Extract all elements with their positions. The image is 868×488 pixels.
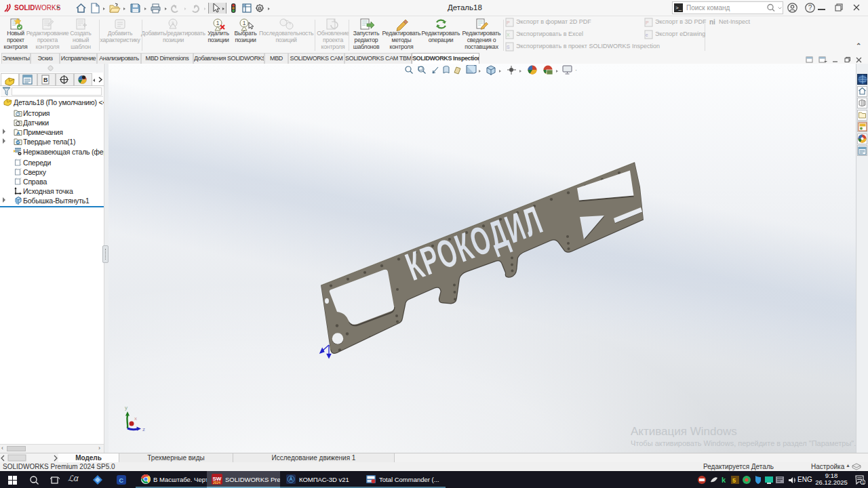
svg-text:z: z <box>142 426 145 432</box>
svg-text:S: S <box>507 45 510 49</box>
svg-text:B: B <box>43 77 48 83</box>
svg-text:P: P <box>646 20 649 25</box>
svg-text:X: X <box>507 33 510 37</box>
svg-text:A: A <box>16 130 20 136</box>
svg-text:Активация Windows: Активация Windows <box>631 425 737 438</box>
svg-text:1: 1 <box>216 20 220 26</box>
svg-text:1: 1 <box>172 20 175 26</box>
svg-text:C: C <box>119 477 124 484</box>
svg-text:k: k <box>722 476 726 484</box>
svg-text:?: ? <box>808 4 812 12</box>
svg-text:Чтобы активировать Windows, пе: Чтобы активировать Windows, перейдите в … <box>631 439 856 447</box>
svg-text:2024: 2024 <box>213 481 220 485</box>
svg-text:x: x <box>134 415 137 422</box>
svg-text:P: P <box>507 20 510 25</box>
svg-text:y: y <box>125 405 127 411</box>
svg-text:1: 1 <box>243 20 246 26</box>
svg-text:e: e <box>646 33 648 37</box>
svg-text:5: 5 <box>732 477 736 484</box>
